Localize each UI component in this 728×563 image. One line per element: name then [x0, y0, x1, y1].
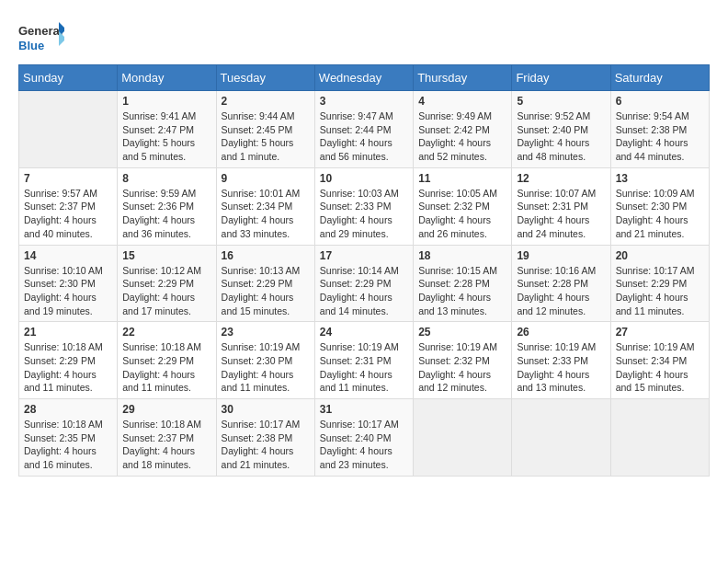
day-info: Sunrise: 10:18 AM Sunset: 2:29 PM Daylig… [122, 340, 210, 395]
header-wednesday: Wednesday [314, 65, 413, 91]
day-number: 28 [24, 403, 112, 416]
calendar-cell: 13Sunrise: 10:09 AM Sunset: 2:30 PM Dayl… [610, 167, 709, 245]
day-info: Sunrise: 10:19 AM Sunset: 2:34 PM Daylig… [616, 340, 704, 395]
day-info: Sunrise: 10:05 AM Sunset: 2:32 PM Daylig… [418, 187, 506, 241]
calendar-cell: 25Sunrise: 10:19 AM Sunset: 2:32 PM Dayl… [414, 322, 512, 399]
day-number: 4 [418, 95, 506, 108]
day-info: Sunrise: 10:19 AM Sunset: 2:32 PM Daylig… [418, 340, 506, 395]
calendar-week-1: 1Sunrise: 9:41 AM Sunset: 2:47 PM Daylig… [19, 91, 710, 168]
day-number: 7 [24, 172, 112, 185]
calendar-cell: 31Sunrise: 10:17 AM Sunset: 2:40 PM Dayl… [314, 399, 413, 477]
day-info: Sunrise: 9:41 AM Sunset: 2:47 PM Dayligh… [122, 109, 210, 164]
header-saturday: Saturday [610, 65, 709, 91]
calendar-cell: 18Sunrise: 10:15 AM Sunset: 2:28 PM Dayl… [414, 245, 512, 322]
day-info: Sunrise: 10:17 AM Sunset: 2:40 PM Daylig… [320, 418, 408, 472]
day-info: Sunrise: 9:49 AM Sunset: 2:42 PM Dayligh… [418, 109, 506, 164]
calendar-cell: 9Sunrise: 10:01 AM Sunset: 2:34 PM Dayli… [216, 167, 314, 245]
calendar-cell: 3Sunrise: 9:47 AM Sunset: 2:44 PM Daylig… [314, 91, 413, 168]
day-info: Sunrise: 10:16 AM Sunset: 2:28 PM Daylig… [517, 264, 605, 318]
day-info: Sunrise: 10:19 AM Sunset: 2:31 PM Daylig… [320, 340, 408, 395]
logo: General Blue [18, 18, 64, 55]
day-info: Sunrise: 10:13 AM Sunset: 2:29 PM Daylig… [222, 264, 310, 318]
day-number: 17 [320, 249, 408, 262]
calendar-cell: 5Sunrise: 9:52 AM Sunset: 2:40 PM Daylig… [512, 91, 610, 168]
calendar-cell: 21Sunrise: 10:18 AM Sunset: 2:29 PM Dayl… [19, 322, 118, 399]
day-number: 31 [320, 403, 408, 416]
day-info: Sunrise: 9:57 AM Sunset: 2:37 PM Dayligh… [24, 187, 112, 241]
calendar-cell: 30Sunrise: 10:17 AM Sunset: 2:38 PM Dayl… [216, 399, 314, 477]
calendar-cell: 11Sunrise: 10:05 AM Sunset: 2:32 PM Dayl… [414, 167, 512, 245]
day-info: Sunrise: 9:54 AM Sunset: 2:38 PM Dayligh… [616, 109, 704, 164]
header-thursday: Thursday [414, 65, 512, 91]
day-number: 26 [517, 326, 605, 339]
header-tuesday: Tuesday [216, 65, 314, 91]
calendar-cell: 19Sunrise: 10:16 AM Sunset: 2:28 PM Dayl… [512, 245, 610, 322]
calendar-cell: 8Sunrise: 9:59 AM Sunset: 2:36 PM Daylig… [118, 167, 216, 245]
day-number: 13 [616, 172, 704, 185]
calendar-cell [610, 399, 709, 477]
day-number: 24 [320, 326, 408, 339]
calendar-cell: 14Sunrise: 10:10 AM Sunset: 2:30 PM Dayl… [19, 245, 118, 322]
day-number: 20 [616, 249, 704, 262]
day-info: Sunrise: 10:03 AM Sunset: 2:33 PM Daylig… [320, 187, 408, 241]
calendar-cell: 22Sunrise: 10:18 AM Sunset: 2:29 PM Dayl… [118, 322, 216, 399]
svg-text:General: General [18, 24, 63, 38]
day-info: Sunrise: 9:44 AM Sunset: 2:45 PM Dayligh… [222, 109, 310, 164]
day-info: Sunrise: 10:14 AM Sunset: 2:29 PM Daylig… [320, 264, 408, 318]
day-number: 18 [418, 249, 506, 262]
day-number: 23 [222, 326, 310, 339]
calendar-cell: 4Sunrise: 9:49 AM Sunset: 2:42 PM Daylig… [414, 91, 512, 168]
day-number: 30 [222, 403, 310, 416]
day-number: 2 [222, 95, 310, 108]
day-number: 9 [222, 172, 310, 185]
day-number: 8 [122, 172, 210, 185]
calendar-cell: 15Sunrise: 10:12 AM Sunset: 2:29 PM Dayl… [118, 245, 216, 322]
calendar-cell: 10Sunrise: 10:03 AM Sunset: 2:33 PM Dayl… [314, 167, 413, 245]
calendar-header-row: SundayMondayTuesdayWednesdayThursdayFrid… [19, 65, 710, 91]
day-info: Sunrise: 10:10 AM Sunset: 2:30 PM Daylig… [24, 264, 112, 318]
day-info: Sunrise: 9:59 AM Sunset: 2:36 PM Dayligh… [122, 187, 210, 241]
calendar-cell: 29Sunrise: 10:18 AM Sunset: 2:37 PM Dayl… [118, 399, 216, 477]
day-number: 14 [24, 249, 112, 262]
day-number: 10 [320, 172, 408, 185]
svg-text:Blue: Blue [18, 39, 44, 52]
calendar-cell: 16Sunrise: 10:13 AM Sunset: 2:29 PM Dayl… [216, 245, 314, 322]
day-number: 25 [418, 326, 506, 339]
day-number: 22 [122, 326, 210, 339]
calendar-cell: 7Sunrise: 9:57 AM Sunset: 2:37 PM Daylig… [19, 167, 118, 245]
day-info: Sunrise: 10:19 AM Sunset: 2:30 PM Daylig… [222, 340, 310, 395]
calendar-cell: 28Sunrise: 10:18 AM Sunset: 2:35 PM Dayl… [19, 399, 118, 477]
day-info: Sunrise: 10:18 AM Sunset: 2:29 PM Daylig… [24, 340, 112, 395]
calendar-cell [512, 399, 610, 477]
day-info: Sunrise: 10:17 AM Sunset: 2:38 PM Daylig… [222, 418, 310, 472]
header-friday: Friday [512, 65, 610, 91]
day-number: 27 [616, 326, 704, 339]
day-number: 6 [616, 95, 704, 108]
calendar-cell: 26Sunrise: 10:19 AM Sunset: 2:33 PM Dayl… [512, 322, 610, 399]
day-number: 29 [122, 403, 210, 416]
calendar-week-4: 21Sunrise: 10:18 AM Sunset: 2:29 PM Dayl… [19, 322, 710, 399]
day-number: 5 [517, 95, 605, 108]
logo-svg: General Blue [18, 18, 64, 55]
calendar-cell: 23Sunrise: 10:19 AM Sunset: 2:30 PM Dayl… [216, 322, 314, 399]
calendar-cell: 20Sunrise: 10:17 AM Sunset: 2:29 PM Dayl… [610, 245, 709, 322]
calendar-week-2: 7Sunrise: 9:57 AM Sunset: 2:37 PM Daylig… [19, 167, 710, 245]
day-number: 19 [517, 249, 605, 262]
day-info: Sunrise: 10:18 AM Sunset: 2:35 PM Daylig… [24, 418, 112, 472]
calendar-cell [19, 91, 118, 168]
calendar-cell: 1Sunrise: 9:41 AM Sunset: 2:47 PM Daylig… [118, 91, 216, 168]
day-number: 1 [122, 95, 210, 108]
calendar-week-3: 14Sunrise: 10:10 AM Sunset: 2:30 PM Dayl… [19, 245, 710, 322]
day-info: Sunrise: 9:47 AM Sunset: 2:44 PM Dayligh… [320, 109, 408, 164]
calendar-cell: 24Sunrise: 10:19 AM Sunset: 2:31 PM Dayl… [314, 322, 413, 399]
calendar-cell: 12Sunrise: 10:07 AM Sunset: 2:31 PM Dayl… [512, 167, 610, 245]
day-info: Sunrise: 9:52 AM Sunset: 2:40 PM Dayligh… [517, 109, 605, 164]
day-number: 21 [24, 326, 112, 339]
day-info: Sunrise: 10:19 AM Sunset: 2:33 PM Daylig… [517, 340, 605, 395]
calendar-week-5: 28Sunrise: 10:18 AM Sunset: 2:35 PM Dayl… [19, 399, 710, 477]
calendar-table: SundayMondayTuesdayWednesdayThursdayFrid… [18, 64, 710, 477]
day-info: Sunrise: 10:07 AM Sunset: 2:31 PM Daylig… [517, 187, 605, 241]
calendar-cell: 6Sunrise: 9:54 AM Sunset: 2:38 PM Daylig… [610, 91, 709, 168]
day-info: Sunrise: 10:12 AM Sunset: 2:29 PM Daylig… [122, 264, 210, 318]
calendar-cell: 27Sunrise: 10:19 AM Sunset: 2:34 PM Dayl… [610, 322, 709, 399]
